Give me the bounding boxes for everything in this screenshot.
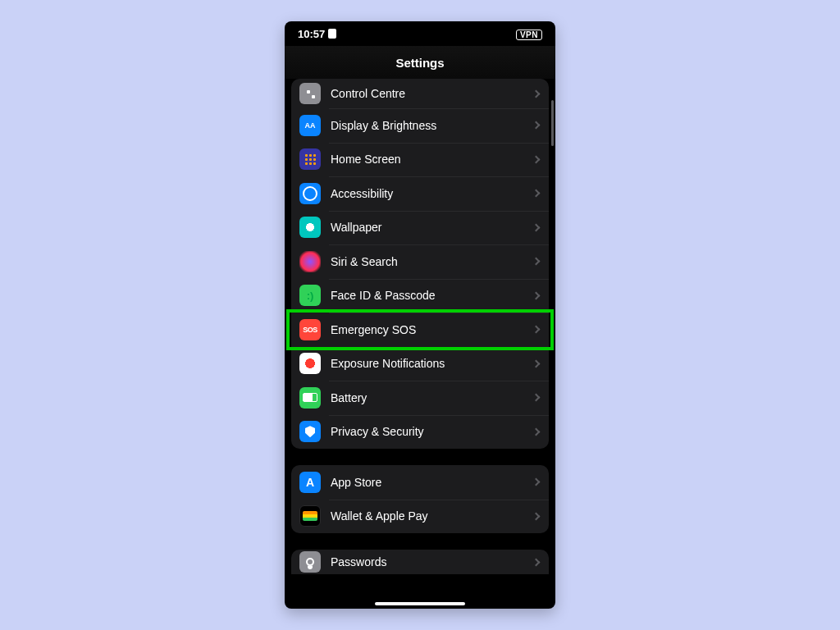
chevron-right-icon bbox=[532, 427, 541, 436]
control-centre-icon bbox=[299, 83, 321, 104]
chevron-right-icon bbox=[532, 558, 541, 566]
contact-card-icon bbox=[328, 29, 336, 39]
sos-icon: SOS bbox=[299, 319, 321, 340]
row-display-brightness[interactable]: AA Display & Brightness bbox=[291, 108, 549, 143]
wallpaper-icon bbox=[299, 217, 321, 238]
chevron-right-icon bbox=[532, 121, 541, 130]
row-exposure-notifications[interactable]: Exposure Notifications bbox=[291, 347, 549, 381]
row-label: Home Screen bbox=[331, 153, 533, 166]
siri-icon bbox=[299, 251, 321, 272]
row-accessibility[interactable]: Accessibility bbox=[291, 176, 549, 211]
chevron-right-icon bbox=[532, 326, 541, 334]
row-label: Face ID & Passcode bbox=[331, 289, 533, 302]
settings-group-passwords: Passwords bbox=[291, 550, 549, 574]
status-bar-left: 10:57 bbox=[298, 28, 336, 40]
chevron-right-icon bbox=[532, 89, 541, 98]
row-app-store[interactable]: App Store bbox=[291, 465, 549, 500]
wallet-icon bbox=[299, 505, 321, 527]
row-wallet-apple-pay[interactable]: Wallet & Apple Pay bbox=[291, 500, 549, 534]
status-bar: 10:57 VPN bbox=[285, 21, 555, 46]
page-title: Settings bbox=[395, 56, 444, 70]
chevron-right-icon bbox=[532, 359, 541, 368]
chevron-right-icon bbox=[532, 291, 541, 299]
app-store-icon bbox=[299, 472, 321, 493]
nav-bar: Settings bbox=[285, 46, 555, 79]
row-label: Control Centre bbox=[331, 87, 533, 100]
chevron-right-icon bbox=[532, 512, 541, 520]
privacy-icon bbox=[299, 421, 321, 442]
row-label: Emergency SOS bbox=[331, 323, 533, 336]
row-battery[interactable]: Battery bbox=[291, 381, 549, 415]
accessibility-icon bbox=[299, 183, 321, 204]
settings-scrollview[interactable]: Control Centre AA Display & Brightness H… bbox=[285, 79, 555, 609]
row-label: Wallet & Apple Pay bbox=[331, 509, 533, 523]
battery-icon bbox=[299, 387, 321, 409]
home-screen-icon bbox=[299, 148, 321, 170]
row-siri-search[interactable]: Siri & Search bbox=[291, 244, 549, 279]
phone-frame: 10:57 VPN Settings Control Centre AA Dis… bbox=[285, 21, 555, 609]
row-passwords[interactable]: Passwords bbox=[291, 550, 549, 574]
row-wallpaper[interactable]: Wallpaper bbox=[291, 211, 549, 245]
settings-group-store: App Store Wallet & Apple Pay bbox=[291, 465, 549, 533]
row-label: Accessibility bbox=[331, 187, 533, 200]
row-label: Privacy & Security bbox=[331, 425, 533, 438]
row-label: Battery bbox=[331, 391, 533, 404]
chevron-right-icon bbox=[532, 478, 541, 486]
passwords-key-icon bbox=[299, 551, 321, 573]
display-brightness-icon: AA bbox=[299, 115, 321, 136]
row-label: Wallpaper bbox=[331, 221, 533, 234]
chevron-right-icon bbox=[532, 155, 541, 163]
row-label: App Store bbox=[331, 476, 533, 489]
chevron-right-icon bbox=[532, 223, 541, 231]
chevron-right-icon bbox=[532, 258, 541, 266]
status-bar-right: VPN bbox=[516, 28, 542, 40]
vpn-badge-icon: VPN bbox=[516, 30, 542, 40]
exposure-notifications-icon bbox=[299, 353, 321, 374]
row-home-screen[interactable]: Home Screen bbox=[291, 143, 549, 177]
chevron-right-icon bbox=[532, 189, 541, 198]
row-emergency-sos[interactable]: SOS Emergency SOS bbox=[291, 313, 549, 347]
home-indicator[interactable] bbox=[375, 602, 465, 605]
row-label: Exposure Notifications bbox=[331, 357, 533, 370]
chevron-right-icon bbox=[532, 394, 541, 402]
face-id-icon bbox=[299, 285, 321, 306]
row-face-id-passcode[interactable]: Face ID & Passcode bbox=[291, 279, 549, 313]
row-control-centre[interactable]: Control Centre bbox=[291, 79, 549, 108]
settings-group-general: Control Centre AA Display & Brightness H… bbox=[291, 79, 549, 449]
clock-time: 10:57 bbox=[298, 28, 325, 40]
row-label: Passwords bbox=[331, 555, 533, 568]
row-label: Siri & Search bbox=[331, 255, 533, 268]
row-label: Display & Brightness bbox=[331, 119, 533, 132]
row-privacy-security[interactable]: Privacy & Security bbox=[291, 415, 549, 450]
